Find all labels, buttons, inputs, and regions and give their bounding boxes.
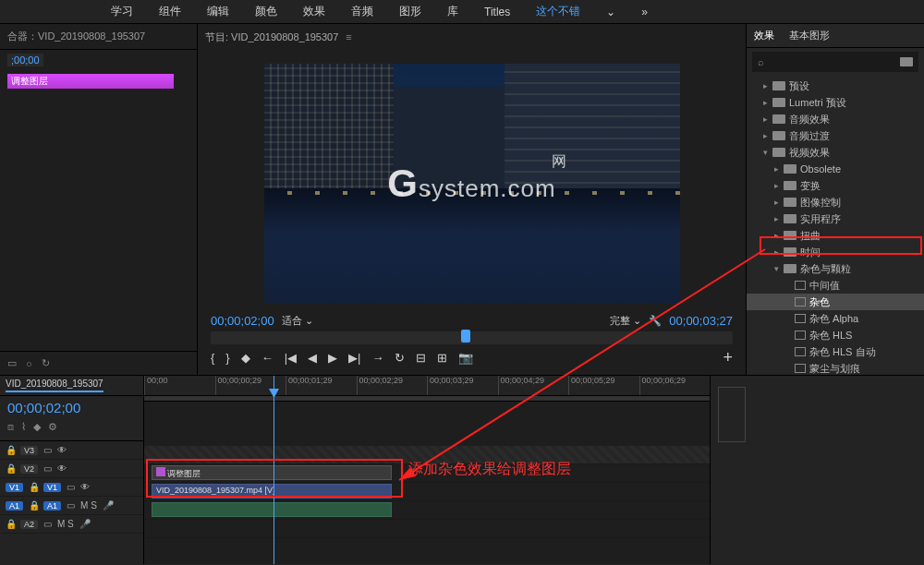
track-header-a2[interactable]: 🔒A2▭M S🎤 xyxy=(0,515,143,534)
extract-button[interactable]: ⊞ xyxy=(437,351,447,365)
fit-dropdown[interactable]: 适合 ⌄ xyxy=(282,314,313,328)
effects-tree-item[interactable]: ▾杂色与颗粒 xyxy=(747,260,924,277)
effects-tree-item[interactable]: ▸音频过渡 xyxy=(747,127,924,144)
folder-icon xyxy=(772,114,785,124)
export-frame-button[interactable]: 📷 xyxy=(458,351,473,365)
folder-icon xyxy=(784,181,796,190)
menu-custom[interactable]: 这个不错 xyxy=(536,4,580,19)
menu-chevron-icon[interactable]: ⌄ xyxy=(606,6,615,18)
track-header-a1[interactable]: A1🔒A1▭M S🎤 xyxy=(0,497,143,515)
effects-tree-item[interactable]: ▸扭曲 xyxy=(747,227,924,244)
mark-in-button[interactable]: { xyxy=(211,351,214,365)
folder-icon xyxy=(772,148,785,157)
program-scrubber[interactable] xyxy=(211,331,733,344)
source-panel: 合器：VID_20190808_195307 ;00;00 调整图层 ▭ ○ ↻ xyxy=(0,24,198,375)
effects-tree-item[interactable]: ▾视频效果 xyxy=(747,144,924,161)
linked-selection-icon[interactable]: ⌇ xyxy=(21,421,26,433)
tree-item-label: 音频过渡 xyxy=(789,129,830,143)
step-forward-button[interactable]: ▶| xyxy=(348,351,360,365)
tab-effects[interactable]: 效果 xyxy=(754,29,774,42)
clip-video[interactable]: VID_20190808_195307.mp4 [V] xyxy=(152,484,392,499)
folder-icon xyxy=(772,98,785,107)
track-header-v1[interactable]: V1🔒V1▭👁 xyxy=(0,478,143,497)
effects-tree-item[interactable]: ▸预设 xyxy=(747,78,924,94)
step-back-button[interactable]: |◀ xyxy=(285,351,297,365)
effects-search-input[interactable]: ⌕ xyxy=(752,52,918,72)
loop-button[interactable]: ↻ xyxy=(395,351,405,365)
source-tool-icon[interactable]: ○ xyxy=(26,358,32,369)
go-next-button[interactable]: → xyxy=(371,351,383,365)
settings-icon[interactable]: ⚙ xyxy=(48,421,57,433)
source-in-point[interactable]: ;00;00 xyxy=(7,54,43,66)
menu-audio[interactable]: 音频 xyxy=(351,4,373,19)
menu-edit[interactable]: 编辑 xyxy=(207,4,229,19)
timeline-timecode[interactable]: 00;00;02;00 xyxy=(0,396,143,419)
tab-essential-graphics[interactable]: 基本图形 xyxy=(789,29,830,42)
track-a1[interactable] xyxy=(144,501,710,520)
track-a2[interactable] xyxy=(144,520,710,538)
track-v1[interactable]: VID_20190808_195307.mp4 [V] xyxy=(144,483,710,501)
tree-item-label: 预设 xyxy=(789,79,809,93)
lift-button[interactable]: ⊟ xyxy=(416,351,426,365)
timeline-playhead[interactable] xyxy=(274,376,274,564)
effects-tree-item[interactable]: ▸时间 xyxy=(747,244,924,260)
effects-tree-item[interactable]: ▸Lumetri 预设 xyxy=(747,94,924,111)
panel-menu-icon[interactable]: ≡ xyxy=(346,31,351,42)
menu-learn[interactable]: 学习 xyxy=(111,4,133,19)
add-button-icon[interactable]: + xyxy=(723,348,733,367)
timeline-right-gutter xyxy=(710,376,924,564)
source-tool-icon[interactable]: ▭ xyxy=(7,357,17,369)
play-button[interactable]: ▶ xyxy=(328,351,337,365)
clip-adjustment-layer[interactable]: 调整图层 xyxy=(152,465,392,480)
effects-tree-item[interactable]: 中间值 xyxy=(747,277,924,294)
folder-icon xyxy=(784,214,796,223)
menu-titles[interactable]: Titles xyxy=(484,6,510,18)
timeline-tab[interactable]: VID_20190808_195307 xyxy=(6,379,103,392)
wrench-icon[interactable]: 🔧 xyxy=(649,315,662,327)
quality-dropdown[interactable]: 完整 ⌄ xyxy=(610,314,641,328)
mic-icon[interactable]: 🎤 xyxy=(103,500,114,511)
effects-tree-item[interactable]: ▸音频效果 xyxy=(747,111,924,127)
tree-item-label: 实用程序 xyxy=(800,212,841,226)
track-v3[interactable] xyxy=(144,446,710,464)
program-monitor[interactable]: Gsystem.com 网 xyxy=(264,64,680,304)
effects-tree-item[interactable]: 杂色 HLS 自动 xyxy=(747,343,924,360)
menu-effects[interactable]: 效果 xyxy=(303,4,325,19)
tree-item-label: 杂色 xyxy=(809,295,830,309)
effects-tree-item[interactable]: ▸变换 xyxy=(747,177,924,194)
track-header-v3[interactable]: 🔒V3▭👁 xyxy=(0,441,143,460)
tree-item-label: 杂色 HLS 自动 xyxy=(809,345,876,359)
mic-icon[interactable]: 🎤 xyxy=(79,519,91,529)
effect-icon xyxy=(795,364,806,373)
marker-button[interactable]: ◆ xyxy=(241,351,250,365)
source-tool-icon[interactable]: ↻ xyxy=(42,357,50,369)
timeline-ruler[interactable]: 00;00 00;00;00;29 00;00;01;29 00;00;02;2… xyxy=(144,376,710,396)
timeline-tracks-area[interactable]: 00;00 00;00;00;29 00;00;01;29 00;00;02;2… xyxy=(144,376,710,564)
effects-tree-item[interactable]: ▸图像控制 xyxy=(747,194,924,210)
menu-graphics[interactable]: 图形 xyxy=(399,4,421,19)
adjustment-layer-clip[interactable]: 调整图层 xyxy=(7,74,174,89)
effects-tree-item[interactable]: 杂色 HLS xyxy=(747,327,924,343)
go-prev-button[interactable]: ← xyxy=(261,351,274,365)
folder-icon xyxy=(784,164,796,174)
menu-color[interactable]: 颜色 xyxy=(255,4,277,19)
effects-tree-item[interactable]: 蒙尘与划痕 xyxy=(747,360,924,375)
track-header-v2[interactable]: 🔒V2▭👁 xyxy=(0,460,143,478)
effects-tree-item[interactable]: 杂色 xyxy=(747,294,924,310)
track-v2[interactable]: 调整图层 xyxy=(144,464,710,483)
snap-icon[interactable]: ⧈ xyxy=(7,421,14,433)
menu-overflow-icon[interactable]: » xyxy=(641,6,648,18)
source-panel-title: 合器：VID_20190808_195307 xyxy=(0,24,197,50)
menu-assembly[interactable]: 组件 xyxy=(159,4,181,19)
folder-icon xyxy=(784,231,796,240)
effects-tree-item[interactable]: ▸实用程序 xyxy=(747,210,924,227)
program-current-timecode[interactable]: 00;00;02;00 xyxy=(211,314,274,328)
play-backward-button[interactable]: ◀ xyxy=(308,351,317,365)
effects-tree-item[interactable]: 杂色 Alpha xyxy=(747,310,924,327)
scrubber-playhead[interactable] xyxy=(461,330,470,343)
marker-icon[interactable]: ◆ xyxy=(33,421,41,433)
effects-tree-item[interactable]: ▸Obsolete xyxy=(747,161,924,177)
clip-audio[interactable] xyxy=(152,502,392,517)
menu-library[interactable]: 库 xyxy=(447,4,458,19)
mark-out-button[interactable]: } xyxy=(225,351,229,365)
